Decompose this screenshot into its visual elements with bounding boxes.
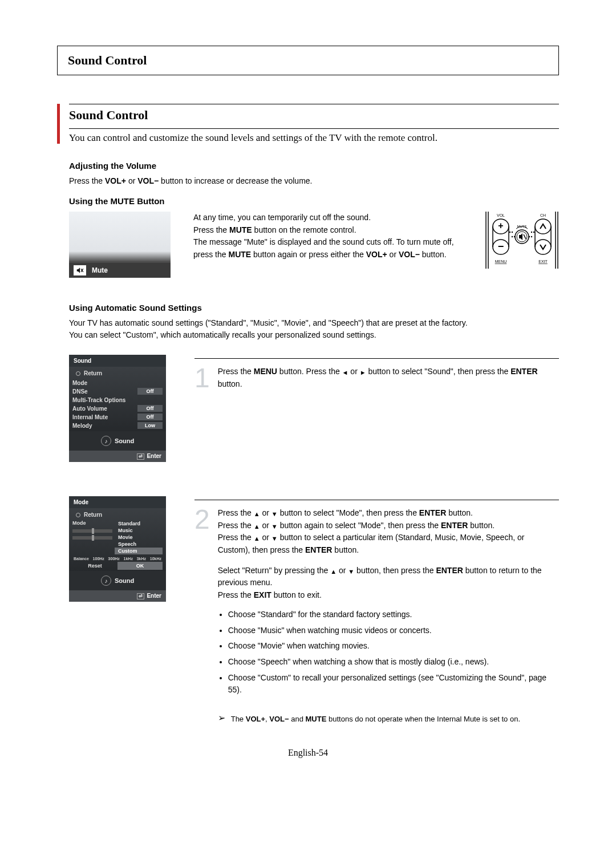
arrow-up-icon: ▲: [254, 509, 260, 519]
section-title: Sound Control: [69, 108, 559, 123]
osd2-eq-labels: Balance 100Hz 300Hz 1kHz 3kHz 10kHz: [72, 557, 163, 561]
section-header: Sound Control You can control and custom…: [57, 104, 559, 144]
remote-vol-label: VOL: [497, 213, 505, 217]
osd2-return: Return: [76, 512, 163, 518]
svg-text:+: +: [498, 221, 503, 230]
mute-osd-label: Mute: [92, 266, 108, 274]
chapter-title: Sound Control: [68, 53, 548, 68]
svg-point-17: [529, 236, 530, 237]
section-accent-bar: [57, 104, 60, 144]
mode-option: Movie: [115, 534, 163, 541]
mode-option-selected: Custom: [115, 548, 163, 554]
svg-point-10: [535, 219, 551, 234]
svg-point-15: [512, 236, 513, 237]
arrow-left-icon: ◄: [342, 368, 348, 378]
mode-option: Speech: [115, 541, 163, 548]
note-icon: ➢: [218, 714, 225, 723]
osd2-ok: OK: [117, 562, 163, 570]
osd-sound-menu: Sound Return Mode DNSeOff Multi-Track Op…: [69, 355, 166, 462]
svg-point-18: [531, 236, 532, 237]
mute-description: At any time, you can temporarily cut off…: [193, 212, 462, 261]
mute-osd-figure: Mute: [69, 212, 171, 278]
osd2-footer: ⏎Enter: [69, 590, 166, 602]
page-footer: English-54: [57, 748, 559, 758]
svg-text:−: −: [498, 241, 504, 252]
auto-sound-heading: Using Automatic Sound Settings: [69, 303, 559, 313]
mode-bullet-list: Choose "Standard" for the standard facto…: [218, 609, 559, 696]
mute-heading: Using the MUTE Button: [69, 196, 559, 206]
sound-icon: ♪: [101, 436, 111, 446]
arrow-down-icon: ▼: [271, 522, 278, 532]
step-1-text: Press the MENU button. Press the ◄ or ► …: [218, 366, 559, 396]
arrow-up-icon: ▲: [254, 522, 260, 532]
list-item: Choose "Custom" to recall your personali…: [228, 672, 559, 696]
mute-osd-caption: Mute: [69, 263, 171, 278]
mode-option: Music: [115, 527, 163, 534]
svg-point-22: [533, 232, 534, 233]
arrow-down-icon: ▼: [348, 567, 354, 577]
sound-icon: ♪: [101, 575, 111, 586]
arrow-down-icon: ▼: [271, 534, 278, 544]
remote-figure: + − VOL CH: [485, 212, 559, 269]
adjust-volume-text: Press the VOL+ or VOL− button to increas…: [69, 175, 559, 187]
slider-icon: [72, 536, 112, 540]
step-1-number: 1: [194, 366, 210, 390]
auto-sound-intro: Your TV has automatic sound settings ("S…: [69, 317, 559, 341]
step-2-number: 2: [194, 507, 210, 532]
adjust-volume-heading: Adjusting the Volume: [69, 161, 559, 171]
arrow-right-icon: ►: [360, 368, 366, 378]
chapter-header: Sound Control: [57, 46, 559, 75]
osd2-reset: Reset: [72, 562, 117, 570]
section-intro: You can control and customize the sound …: [69, 132, 559, 144]
list-item: Choose "Speech" when watching a show tha…: [228, 656, 559, 668]
svg-point-20: [512, 232, 513, 233]
note: ➢ The VOL+, VOL− and MUTE buttons do not…: [218, 714, 559, 725]
svg-line-14: [524, 234, 526, 239]
arrow-up-icon: ▲: [254, 534, 260, 544]
osd2-mid: ♪Sound: [69, 571, 166, 590]
osd2-title: Mode: [69, 496, 166, 508]
osd-mode-menu: Mode Return Mode Standard Music: [69, 496, 166, 602]
remote-exit-label: EXIT: [538, 260, 548, 264]
osd1-mid: ♪Sound: [69, 431, 166, 451]
osd1-footer: ⏎Enter: [69, 451, 166, 462]
osd1-title: Sound: [69, 355, 166, 367]
arrow-down-icon: ▼: [271, 509, 278, 519]
mode-option: Standard: [115, 520, 163, 527]
list-item: Choose "Music" when watching music video…: [228, 625, 559, 637]
mute-icon: [74, 265, 86, 275]
osd1-return: Return: [76, 370, 163, 376]
svg-point-19: [509, 232, 510, 233]
svg-point-11: [535, 240, 551, 254]
slider-icon: [72, 529, 112, 533]
remote-menu-label: MENU: [495, 260, 507, 264]
svg-point-21: [531, 232, 532, 233]
remote-ch-label: CH: [540, 213, 546, 217]
list-item: Choose "Movie" when watching movies.: [228, 640, 559, 652]
list-item: Choose "Standard" for the standard facto…: [228, 609, 559, 621]
step-2-text: Press the ▲ or ▼ button to select "Mode"…: [218, 507, 559, 725]
svg-point-16: [514, 236, 515, 237]
arrow-up-icon: ▲: [330, 567, 337, 577]
